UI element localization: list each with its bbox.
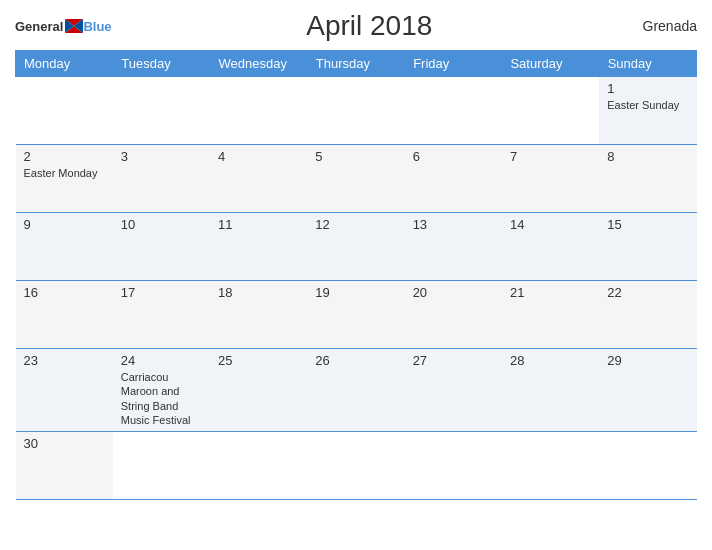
table-row bbox=[16, 77, 113, 145]
table-row: 28 bbox=[502, 349, 599, 432]
day-number: 26 bbox=[315, 353, 396, 368]
table-row: 16 bbox=[16, 281, 113, 349]
table-row bbox=[405, 432, 502, 500]
table-row: 1Easter Sunday bbox=[599, 77, 696, 145]
calendar-body: 1Easter Sunday2Easter Monday345678910111… bbox=[16, 77, 697, 500]
day-number: 29 bbox=[607, 353, 688, 368]
table-row: 27 bbox=[405, 349, 502, 432]
event-text: Easter Sunday bbox=[607, 99, 679, 111]
table-row: 17 bbox=[113, 281, 210, 349]
day-number: 7 bbox=[510, 149, 591, 164]
table-row: 26 bbox=[307, 349, 404, 432]
day-number: 21 bbox=[510, 285, 591, 300]
col-thursday: Thursday bbox=[307, 51, 404, 77]
calendar-table: Monday Tuesday Wednesday Thursday Friday… bbox=[15, 50, 697, 500]
table-row bbox=[502, 77, 599, 145]
day-number: 16 bbox=[24, 285, 105, 300]
table-row: 5 bbox=[307, 145, 404, 213]
event-text: Easter Monday bbox=[24, 167, 98, 179]
col-tuesday: Tuesday bbox=[113, 51, 210, 77]
table-row: 13 bbox=[405, 213, 502, 281]
logo: General Blue bbox=[15, 19, 112, 34]
table-row bbox=[113, 77, 210, 145]
table-row: 23 bbox=[16, 349, 113, 432]
day-number: 4 bbox=[218, 149, 299, 164]
table-row bbox=[307, 432, 404, 500]
table-row: 15 bbox=[599, 213, 696, 281]
calendar-wrapper: General Blue April 2018 Grenada Monday T… bbox=[0, 0, 712, 550]
day-number: 6 bbox=[413, 149, 494, 164]
calendar-header-row: Monday Tuesday Wednesday Thursday Friday… bbox=[16, 51, 697, 77]
day-number: 12 bbox=[315, 217, 396, 232]
day-number: 25 bbox=[218, 353, 299, 368]
table-row: 21 bbox=[502, 281, 599, 349]
country-name: Grenada bbox=[627, 18, 697, 34]
day-number: 27 bbox=[413, 353, 494, 368]
logo-flag-icon bbox=[65, 19, 83, 33]
table-row: 14 bbox=[502, 213, 599, 281]
table-row: 4 bbox=[210, 145, 307, 213]
day-number: 1 bbox=[607, 81, 688, 96]
day-number: 9 bbox=[24, 217, 105, 232]
day-number: 19 bbox=[315, 285, 396, 300]
table-row: 24Carriacou Maroon and String Band Music… bbox=[113, 349, 210, 432]
logo-blue-text: Blue bbox=[83, 19, 111, 34]
month-title: April 2018 bbox=[112, 10, 627, 42]
table-row: 22 bbox=[599, 281, 696, 349]
table-row: 11 bbox=[210, 213, 307, 281]
table-row bbox=[599, 432, 696, 500]
event-text: Carriacou Maroon and String Band Music F… bbox=[121, 371, 191, 426]
day-number: 30 bbox=[24, 436, 105, 451]
table-row: 29 bbox=[599, 349, 696, 432]
day-number: 3 bbox=[121, 149, 202, 164]
day-number: 28 bbox=[510, 353, 591, 368]
table-row: 30 bbox=[16, 432, 113, 500]
table-row: 19 bbox=[307, 281, 404, 349]
col-sunday: Sunday bbox=[599, 51, 696, 77]
table-row bbox=[502, 432, 599, 500]
day-number: 23 bbox=[24, 353, 105, 368]
table-row bbox=[405, 77, 502, 145]
day-number: 18 bbox=[218, 285, 299, 300]
table-row: 6 bbox=[405, 145, 502, 213]
calendar-header: General Blue April 2018 Grenada bbox=[15, 10, 697, 42]
col-friday: Friday bbox=[405, 51, 502, 77]
day-number: 24 bbox=[121, 353, 202, 368]
table-row: 3 bbox=[113, 145, 210, 213]
table-row: 20 bbox=[405, 281, 502, 349]
table-row: 12 bbox=[307, 213, 404, 281]
table-row bbox=[210, 77, 307, 145]
day-number: 14 bbox=[510, 217, 591, 232]
day-number: 20 bbox=[413, 285, 494, 300]
table-row bbox=[113, 432, 210, 500]
col-saturday: Saturday bbox=[502, 51, 599, 77]
day-number: 5 bbox=[315, 149, 396, 164]
day-number: 8 bbox=[607, 149, 688, 164]
day-number: 15 bbox=[607, 217, 688, 232]
day-number: 10 bbox=[121, 217, 202, 232]
col-wednesday: Wednesday bbox=[210, 51, 307, 77]
table-row bbox=[307, 77, 404, 145]
logo-general-text: General bbox=[15, 19, 63, 34]
table-row: 7 bbox=[502, 145, 599, 213]
table-row: 8 bbox=[599, 145, 696, 213]
day-number: 17 bbox=[121, 285, 202, 300]
table-row: 18 bbox=[210, 281, 307, 349]
table-row: 2Easter Monday bbox=[16, 145, 113, 213]
day-number: 11 bbox=[218, 217, 299, 232]
table-row: 9 bbox=[16, 213, 113, 281]
table-row: 10 bbox=[113, 213, 210, 281]
col-monday: Monday bbox=[16, 51, 113, 77]
day-number: 22 bbox=[607, 285, 688, 300]
table-row bbox=[210, 432, 307, 500]
day-number: 13 bbox=[413, 217, 494, 232]
table-row: 25 bbox=[210, 349, 307, 432]
day-number: 2 bbox=[24, 149, 105, 164]
